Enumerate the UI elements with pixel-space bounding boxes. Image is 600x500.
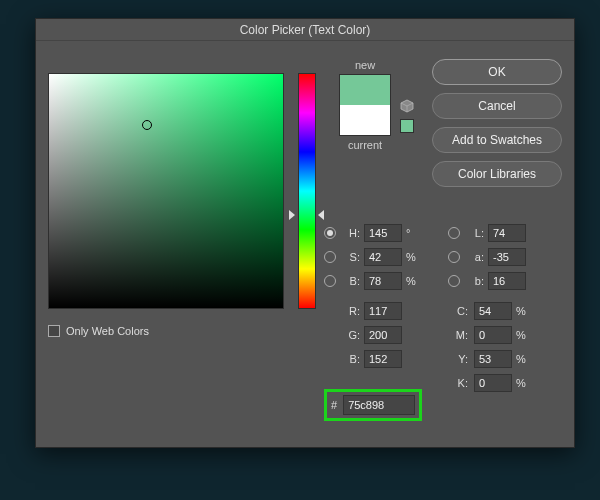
value-fields: H: ° L: S: % a: xyxy=(324,221,558,395)
b-lab-label: b: xyxy=(464,275,484,287)
radio-h[interactable] xyxy=(324,227,336,239)
radio-b-hsb[interactable] xyxy=(324,275,336,287)
swatch-box xyxy=(339,74,391,136)
k-label: K: xyxy=(448,377,468,389)
button-column: OK Cancel Add to Swatches Color Librarie… xyxy=(432,59,562,195)
h-input[interactable] xyxy=(364,224,402,242)
new-color-swatch[interactable] xyxy=(340,75,390,105)
add-to-swatches-button[interactable]: Add to Swatches xyxy=(432,127,562,153)
b-rgb-label: B: xyxy=(340,353,360,365)
a-label: a: xyxy=(464,251,484,263)
r-input[interactable] xyxy=(364,302,402,320)
l-input[interactable] xyxy=(488,224,526,242)
m-unit: % xyxy=(516,329,530,341)
hex-row: # xyxy=(324,389,422,421)
dialog-content: new current OK Cancel Add to Swatches Co… xyxy=(36,41,574,447)
y-unit: % xyxy=(516,353,530,365)
s-input[interactable] xyxy=(364,248,402,266)
radio-s[interactable] xyxy=(324,251,336,263)
saturation-brightness-field[interactable] xyxy=(48,73,284,309)
g-input[interactable] xyxy=(364,326,402,344)
color-libraries-button[interactable]: Color Libraries xyxy=(432,161,562,187)
gamut-warning-icon[interactable] xyxy=(400,99,414,113)
hex-highlight: # xyxy=(324,389,422,421)
new-label: new xyxy=(334,59,396,71)
b-lab-input[interactable] xyxy=(488,272,526,290)
g-label: G: xyxy=(340,329,360,341)
hue-indicator-right-icon xyxy=(318,210,324,220)
k-input[interactable] xyxy=(474,374,512,392)
web-safe-swatch[interactable] xyxy=(400,119,414,133)
color-picker-dialog: Color Picker (Text Color) new current OK… xyxy=(35,18,575,448)
current-label: current xyxy=(334,139,396,151)
y-label: Y: xyxy=(448,353,468,365)
m-label: M: xyxy=(448,329,468,341)
h-unit: ° xyxy=(406,227,420,239)
radio-l[interactable] xyxy=(448,227,460,239)
b-hsb-unit: % xyxy=(406,275,420,287)
c-label: C: xyxy=(448,305,468,317)
only-web-colors-label: Only Web Colors xyxy=(66,325,149,337)
r-label: R: xyxy=(340,305,360,317)
b-hsb-label: B: xyxy=(340,275,360,287)
c-unit: % xyxy=(516,305,530,317)
h-label: H: xyxy=(340,227,360,239)
s-unit: % xyxy=(406,251,420,263)
swatch-preview: new current xyxy=(334,59,396,151)
s-label: S: xyxy=(340,251,360,263)
radio-a[interactable] xyxy=(448,251,460,263)
a-input[interactable] xyxy=(488,248,526,266)
k-unit: % xyxy=(516,377,530,389)
radio-b-lab[interactable] xyxy=(448,275,460,287)
dialog-title: Color Picker (Text Color) xyxy=(36,19,574,41)
m-input[interactable] xyxy=(474,326,512,344)
l-label: L: xyxy=(464,227,484,239)
hex-input[interactable] xyxy=(343,395,415,415)
hue-slider[interactable] xyxy=(298,73,316,309)
b-rgb-input[interactable] xyxy=(364,350,402,368)
color-cursor-icon[interactable] xyxy=(142,120,152,130)
ok-button[interactable]: OK xyxy=(432,59,562,85)
only-web-colors-row: Only Web Colors xyxy=(48,325,149,337)
hex-hash-label: # xyxy=(331,399,337,411)
hue-indicator-left-icon xyxy=(289,210,295,220)
b-hsb-input[interactable] xyxy=(364,272,402,290)
y-input[interactable] xyxy=(474,350,512,368)
only-web-colors-checkbox[interactable] xyxy=(48,325,60,337)
c-input[interactable] xyxy=(474,302,512,320)
current-color-swatch[interactable] xyxy=(340,105,390,135)
cancel-button[interactable]: Cancel xyxy=(432,93,562,119)
